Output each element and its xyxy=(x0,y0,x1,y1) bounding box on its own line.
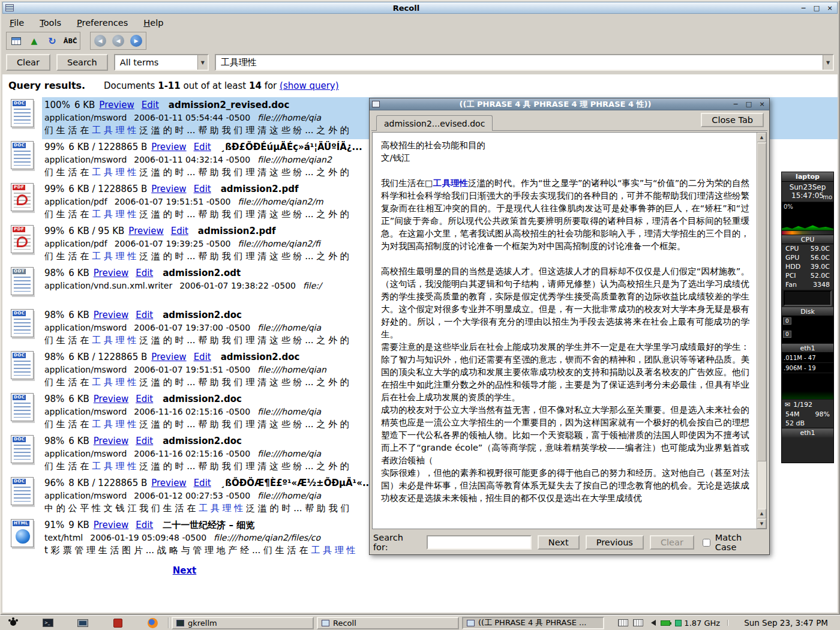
clear-button[interactable]: Clear xyxy=(6,54,50,71)
preview-link[interactable]: Preview xyxy=(94,520,128,530)
display-launcher-icon[interactable] xyxy=(77,617,89,628)
scrollbar-thumb[interactable] xyxy=(757,143,766,461)
edit-link[interactable]: Edit xyxy=(171,226,188,236)
reload-icon: ↻ xyxy=(48,35,56,47)
sort-params-button[interactable]: ▲ xyxy=(25,33,43,49)
find-input[interactable] xyxy=(427,535,532,550)
result-date: 2006-11-16 02:15:16 -0500 xyxy=(134,449,250,458)
update-index-button[interactable]: ↻ xyxy=(43,33,61,49)
preview-link[interactable]: Preview xyxy=(99,100,134,110)
result-range: 1-11 xyxy=(158,80,181,91)
taskbar-button-gkrellm[interactable]: gkrellm xyxy=(172,617,314,629)
term-explorer-button[interactable]: ÂBĈ xyxy=(61,33,79,49)
menu-tools[interactable]: Tools xyxy=(40,18,61,28)
scroll-down-icon[interactable]: ▼ xyxy=(757,519,766,529)
search-button[interactable]: Search xyxy=(56,54,108,71)
taskbar-button-preview[interactable]: ((工 PHRASE 4 具 PHRASE ... xyxy=(462,617,604,629)
minimize-icon[interactable]: − xyxy=(799,4,808,13)
doc-file-icon[interactable]: DOC xyxy=(11,477,34,505)
doc-file-icon[interactable]: DOC xyxy=(11,99,34,127)
preview-link[interactable]: Preview xyxy=(151,352,186,362)
taskbar-button-recoll[interactable]: Recoll xyxy=(317,617,459,629)
preview-link[interactable]: Preview xyxy=(151,184,186,194)
preview-minimize-icon[interactable]: − xyxy=(731,100,740,109)
keyboard-layout-icon[interactable] xyxy=(618,619,628,626)
maximize-icon[interactable]: □ xyxy=(812,4,821,13)
doc-file-icon[interactable]: DOC xyxy=(11,141,34,169)
keyboard-icon[interactable] xyxy=(633,619,643,626)
scroll-up-icon[interactable]: ▲ xyxy=(757,509,766,518)
pdf-file-icon[interactable]: PDF xyxy=(11,183,34,211)
search-mode-select[interactable]: All terms ▼ xyxy=(114,54,209,71)
preview-titlebar[interactable]: ((工 PHRASE 4 具 PHRASE 4 理 PHRASE 4 性)) −… xyxy=(370,98,769,110)
query-combo: ▼ xyxy=(215,54,834,71)
cpu-chart: mo 0% xyxy=(782,202,833,231)
menu-file[interactable]: File xyxy=(10,18,24,28)
show-query-link[interactable]: (show query) xyxy=(280,80,339,91)
volume-icon[interactable] xyxy=(648,620,656,626)
terminal-launcher-icon[interactable]: >_ xyxy=(42,617,54,628)
close-icon[interactable]: × xyxy=(825,4,835,13)
preview-link[interactable]: Preview xyxy=(94,268,128,278)
find-previous-button[interactable]: Previous xyxy=(586,535,644,550)
preview-maximize-icon[interactable]: □ xyxy=(744,100,754,109)
preview-scrollbar[interactable]: ▲ ▲ ▼ xyxy=(757,133,766,529)
prev-page-button[interactable]: ◀ xyxy=(109,33,127,49)
result-mime: application/msword xyxy=(44,491,127,500)
result-mime: application/msword xyxy=(44,113,127,122)
doc-file-icon[interactable]: DOC xyxy=(11,309,34,337)
next-page-button[interactable]: ▶ xyxy=(127,33,145,49)
edit-link[interactable]: Edit xyxy=(194,352,211,362)
html-file-icon[interactable]: HTML xyxy=(11,519,34,547)
search-query-input[interactable] xyxy=(216,57,823,68)
query-history-arrow-icon[interactable]: ▼ xyxy=(823,55,833,70)
preview-text-area[interactable]: 高校招生的社会功能和目的 文/钱江 我们生活在□工具理性泛滥的时代。作为“世之显… xyxy=(372,132,767,529)
odt-file-icon[interactable]: ODT xyxy=(11,267,34,295)
doc-file-icon[interactable]: DOC xyxy=(11,351,34,379)
preview-link[interactable]: Preview xyxy=(151,478,186,488)
match-case-checkbox[interactable] xyxy=(703,539,710,547)
edit-link[interactable]: Edit xyxy=(194,184,211,194)
first-page-button[interactable]: ◀ xyxy=(91,33,109,49)
preview-tab[interactable]: admission2...evised.doc xyxy=(376,115,493,131)
menu-help[interactable]: Help xyxy=(143,18,163,28)
edit-link[interactable]: Edit xyxy=(136,394,153,404)
scroll-up-icon[interactable]: ▲ xyxy=(757,133,766,142)
paw-launcher-icon[interactable] xyxy=(7,617,19,628)
window-menu-icon[interactable] xyxy=(5,4,14,11)
firefox-launcher-icon[interactable] xyxy=(146,617,158,628)
result-relevance: 98% xyxy=(44,352,64,362)
preview-link[interactable]: Preview xyxy=(94,436,128,446)
edit-link[interactable]: Edit xyxy=(142,100,159,110)
menu-preferences[interactable]: Preferences xyxy=(77,18,128,28)
edit-link[interactable]: Edit xyxy=(136,436,153,446)
edit-link[interactable]: Edit xyxy=(136,310,153,320)
close-tab-button[interactable]: Close Tab xyxy=(701,113,764,127)
result-mime: application/msword xyxy=(44,155,127,164)
advanced-search-button[interactable] xyxy=(7,33,25,49)
next-page-link[interactable]: Next xyxy=(173,565,197,576)
mail-row: ✉ 1/192 xyxy=(782,400,833,410)
doc-paragraph: 需要注意的是这些毕业后在社会上能成功发展的学生并不一定是在大学里学习成绩最好的学… xyxy=(381,341,749,404)
edit-link[interactable]: Edit xyxy=(136,520,153,530)
doc-file-icon[interactable]: DOC xyxy=(11,393,34,421)
edit-link[interactable]: Edit xyxy=(194,478,211,488)
preview-link[interactable]: Preview xyxy=(94,394,128,404)
battery-icon[interactable] xyxy=(661,620,670,626)
chevron-down-icon[interactable]: ▼ xyxy=(197,55,208,70)
result-url: file:///home/qian2/m xyxy=(238,197,323,206)
pdf-file-icon[interactable]: PDF xyxy=(11,225,34,253)
recoll-titlebar[interactable]: Recoll − □ × xyxy=(2,2,838,14)
preview-link[interactable]: Preview xyxy=(94,310,128,320)
preview-link[interactable]: Preview xyxy=(151,142,186,152)
edit-link[interactable]: Edit xyxy=(194,142,211,152)
gkrellm-panel[interactable]: laptop Sun23Sep 15:47:05 mo 0% CPU CPU59… xyxy=(781,172,834,463)
find-next-button[interactable]: Next xyxy=(538,535,580,550)
preview-link[interactable]: Preview xyxy=(128,226,163,236)
edit-link[interactable]: Edit xyxy=(136,268,153,278)
package-launcher-icon[interactable] xyxy=(112,617,124,628)
find-clear-button[interactable]: Clear xyxy=(650,535,694,550)
preview-close-icon[interactable]: × xyxy=(757,100,767,109)
doc-paragraph: 我们生活在□工具理性泛滥的时代。作为“世之显学”的诸种以“事实”与“价值”的二分… xyxy=(381,177,749,253)
doc-file-icon[interactable]: DOC xyxy=(11,435,34,463)
